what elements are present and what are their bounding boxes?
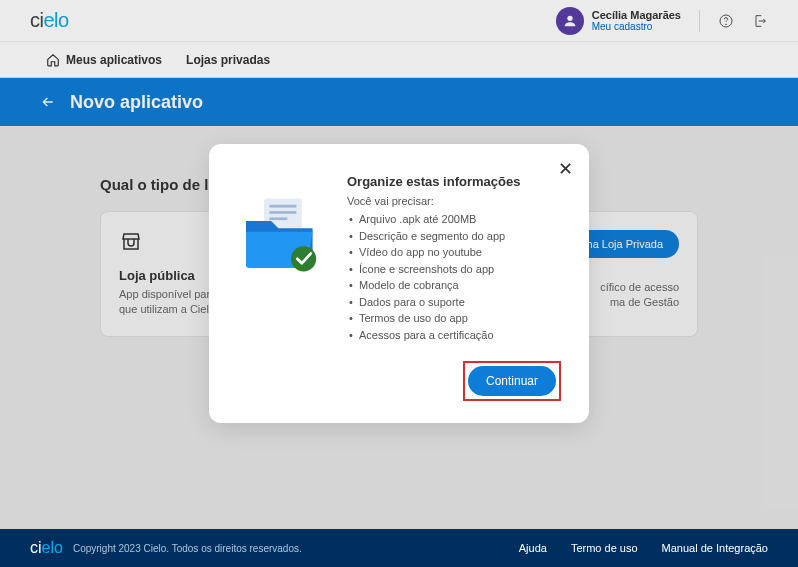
modal: ✕ Organize estas informações Você vai pr… [209, 144, 589, 423]
footer-logo-elo: elo [42, 539, 63, 556]
modal-footer: Continuar [237, 361, 561, 401]
modal-list-item: Modelo de cobrança [349, 277, 561, 294]
modal-list-item: Vídeo do app no youtube [349, 244, 561, 261]
footer-logo-ci: ci [30, 539, 42, 556]
folder-illustration [237, 194, 327, 279]
footer-left: cielo Copyright 2023 Cielo. Todos os dir… [30, 539, 302, 557]
modal-list-item: Ícone e screenshots do app [349, 261, 561, 278]
footer-logo: cielo [30, 539, 63, 557]
svg-rect-6 [269, 217, 287, 220]
modal-list: Arquivo .apk até 200MB Descrição e segme… [347, 211, 561, 343]
footer: cielo Copyright 2023 Cielo. Todos os dir… [0, 529, 798, 567]
modal-overlay: ✕ Organize estas informações Você vai pr… [0, 0, 798, 567]
modal-list-item: Acessos para a certificação [349, 327, 561, 344]
modal-list-item: Descrição e segmento do app [349, 228, 561, 245]
footer-link-terms[interactable]: Termo de uso [571, 542, 638, 554]
modal-list-item: Termos de uso do app [349, 310, 561, 327]
continue-highlight: Continuar [463, 361, 561, 401]
modal-list-item: Arquivo .apk até 200MB [349, 211, 561, 228]
footer-link-help[interactable]: Ajuda [519, 542, 547, 554]
modal-title: Organize estas informações [347, 174, 561, 189]
modal-list-item: Dados para o suporte [349, 294, 561, 311]
close-button[interactable]: ✕ [558, 158, 573, 180]
modal-subtitle: Você vai precisar: [347, 195, 561, 207]
continue-button[interactable]: Continuar [468, 366, 556, 396]
modal-text: Organize estas informações Você vai prec… [347, 174, 561, 343]
modal-body: Organize estas informações Você vai prec… [237, 174, 561, 343]
footer-links: Ajuda Termo de uso Manual de Integração [519, 542, 768, 554]
footer-copyright: Copyright 2023 Cielo. Todos os direitos … [73, 543, 302, 554]
svg-rect-4 [269, 205, 296, 208]
svg-point-7 [291, 246, 316, 271]
footer-link-manual[interactable]: Manual de Integração [662, 542, 768, 554]
svg-rect-5 [269, 211, 296, 214]
